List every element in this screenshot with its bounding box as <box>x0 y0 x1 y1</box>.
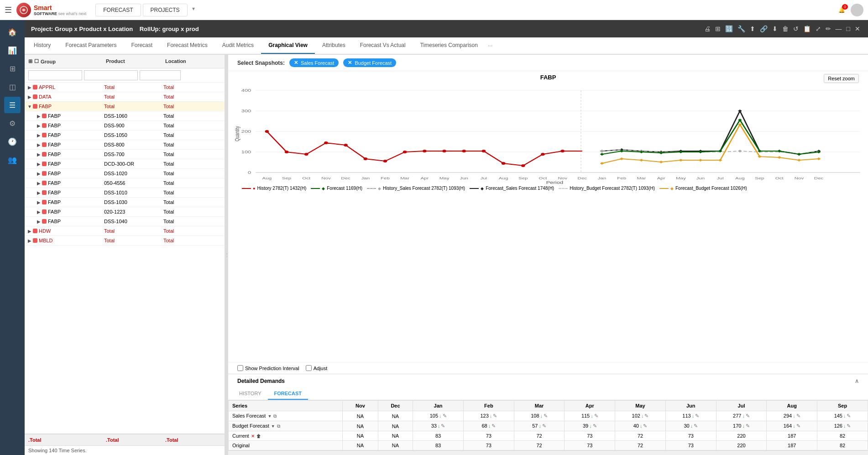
down-arrow-icon[interactable]: ↓ <box>690 423 693 429</box>
tree-expand-btn[interactable]: ▶ <box>26 94 33 100</box>
down-arrow-icon[interactable]: ↓ <box>742 413 745 418</box>
collapse-demands-icon[interactable]: ∧ <box>855 378 859 384</box>
toolbar-minimize-icon[interactable]: — <box>834 24 843 33</box>
nav-dropdown[interactable]: ▾ <box>189 4 198 16</box>
edit-icon[interactable]: ✎ <box>593 423 597 429</box>
series-x-icon[interactable]: ✕ <box>251 434 255 439</box>
toolbar-link-icon[interactable]: 🔗 <box>758 24 769 33</box>
tab-forecast[interactable]: Forecast <box>124 37 160 54</box>
toolbar-delete-icon[interactable]: 🗑 <box>781 24 790 33</box>
tree-row[interactable]: ▶FABP050-4556Total <box>25 178 225 188</box>
edit-icon[interactable]: ✎ <box>746 423 750 429</box>
edit-icon[interactable]: ✎ <box>746 413 750 418</box>
forecast-nav-btn[interactable]: FORECAST <box>95 4 141 16</box>
toolbar-print-icon[interactable]: 🖨 <box>703 24 712 33</box>
projects-nav-btn[interactable]: PROJECTS <box>143 4 188 16</box>
tree-expand-btn[interactable]: ▶ <box>36 122 42 129</box>
tree-expand-btn[interactable]: ▶ <box>26 237 33 244</box>
toolbar-tool-icon[interactable]: 🔧 <box>736 24 747 33</box>
tree-row[interactable]: ▶MBLDTotalTotal <box>25 236 225 246</box>
tree-expand-btn[interactable]: ▶ <box>36 180 42 186</box>
hamburger-menu[interactable]: ☰ <box>5 5 12 15</box>
tab-forecast-vs-actual[interactable]: Forecast Vs Actual <box>353 37 413 54</box>
down-arrow-icon[interactable]: ↓ <box>692 413 695 418</box>
checkbox-all[interactable]: ☐ <box>34 58 39 64</box>
tree-expand-btn[interactable]: ▶ <box>36 113 42 119</box>
tab-audit-metrics[interactable]: Audit Metrics <box>215 37 261 54</box>
tab-history[interactable]: History <box>26 37 58 54</box>
tab-graphical-view[interactable]: Graphical View <box>261 37 315 54</box>
tree-row[interactable]: ▶FABPDSS-1030Total <box>25 198 225 207</box>
down-arrow-icon[interactable]: ↓ <box>742 423 745 429</box>
tree-row[interactable]: ▶FABPDSS-1010Total <box>25 188 225 198</box>
adjust-checkbox[interactable] <box>306 365 312 371</box>
tree-row[interactable]: ▶FABP020-1223Total <box>25 207 225 217</box>
down-arrow-icon[interactable]: ↓ <box>640 423 643 429</box>
notifications-icon[interactable]: 🔔0 <box>838 7 845 13</box>
toolbar-calc-icon[interactable]: 🔢 <box>724 24 734 33</box>
edit-icon[interactable]: ✎ <box>542 423 546 429</box>
tree-expand-btn[interactable]: ▶ <box>36 151 42 157</box>
edit-icon[interactable]: ✎ <box>695 413 699 418</box>
tree-row[interactable]: ▶FABPDSS-1040Total <box>25 217 225 226</box>
product-filter-input[interactable] <box>84 70 138 80</box>
show-prediction-checkbox[interactable] <box>237 365 243 371</box>
tree-row[interactable]: ▶DATATotalTotal <box>25 92 225 102</box>
tab-forecast-params[interactable]: Forecast Parameters <box>58 37 124 54</box>
edit-icon[interactable]: ✎ <box>644 413 648 418</box>
sidebar-layers-icon[interactable]: ◫ <box>4 78 21 95</box>
down-arrow-icon[interactable]: ↓ <box>589 423 592 429</box>
series-down-icon[interactable]: ▼ <box>267 414 272 418</box>
budget-forecast-chip[interactable]: ✕ Budget Forecast <box>343 58 396 67</box>
sidebar-grid-icon[interactable]: ⊞ <box>4 60 21 77</box>
tree-row[interactable]: ▶FABPDSS-800Total <box>25 140 225 150</box>
chip-x-budget[interactable]: ✕ <box>348 60 352 66</box>
detail-tab-history[interactable]: HISTORY <box>233 388 268 400</box>
down-arrow-icon[interactable]: ↓ <box>439 413 442 418</box>
tab-more-icon[interactable]: ··· <box>485 39 495 52</box>
location-filter-input[interactable] <box>140 70 181 80</box>
tab-forecast-metrics[interactable]: Forecast Metrics <box>160 37 215 54</box>
sidebar-clock-icon[interactable]: 🕐 <box>4 133 21 150</box>
show-prediction-label[interactable]: Show Prediction Interval <box>237 365 299 371</box>
edit-icon[interactable]: ✎ <box>796 413 800 418</box>
reset-zoom-button[interactable]: Reset zoom <box>824 74 859 83</box>
tree-row[interactable]: ▶FABPDCD-300-ORTotal <box>25 159 225 169</box>
down-arrow-icon[interactable]: ↓ <box>490 413 492 418</box>
edit-icon[interactable]: ✎ <box>643 423 647 429</box>
tab-timeseries-comparison[interactable]: Timeseries Comparison <box>413 37 485 54</box>
toolbar-download-icon[interactable]: ⬇ <box>771 24 779 33</box>
series-trash-icon[interactable]: 🗑 <box>256 434 261 439</box>
down-arrow-icon[interactable]: ↓ <box>540 413 543 418</box>
down-arrow-icon[interactable]: ↓ <box>488 423 491 429</box>
tree-expand-btn[interactable]: ▼ <box>26 103 33 110</box>
edit-icon[interactable]: ✎ <box>443 413 447 418</box>
chip-x-sales[interactable]: ✕ <box>294 60 298 66</box>
down-arrow-icon[interactable]: ↓ <box>843 413 846 418</box>
toolbar-maximize-icon[interactable]: □ <box>845 24 852 33</box>
sidebar-settings-icon[interactable]: ⚙ <box>4 115 21 131</box>
tree-expand-btn[interactable]: ▶ <box>36 141 42 148</box>
tree-expand-btn[interactable]: ▶ <box>36 170 42 177</box>
series-down-icon[interactable]: ▼ <box>271 424 275 429</box>
toolbar-copy-icon[interactable]: 📋 <box>802 24 812 33</box>
down-arrow-icon[interactable]: ↓ <box>793 413 795 418</box>
toolbar-expand-icon[interactable]: ⤢ <box>814 24 822 33</box>
series-copy-icon[interactable]: ⧉ <box>273 413 277 418</box>
edit-icon[interactable]: ✎ <box>441 423 445 429</box>
toolbar-edit-icon[interactable]: ✏ <box>824 24 832 33</box>
down-arrow-icon[interactable]: ↓ <box>793 423 795 429</box>
edit-icon[interactable]: ✎ <box>847 413 851 418</box>
tab-attributes[interactable]: Attributes <box>315 37 353 54</box>
tree-expand-btn[interactable]: ▶ <box>36 161 42 167</box>
tree-expand-btn[interactable]: ▶ <box>26 228 33 234</box>
sidebar-list-icon[interactable]: ☰ <box>4 97 21 113</box>
expand-all-icon[interactable]: ⊞ <box>28 58 32 64</box>
detail-tab-forecast[interactable]: FORECAST <box>268 388 309 400</box>
horizontal-scrollbar[interactable] <box>228 450 868 455</box>
tree-row[interactable]: ▶FABPDSS-900Total <box>25 121 225 131</box>
down-arrow-icon[interactable]: ↓ <box>843 423 846 429</box>
edit-icon[interactable]: ✎ <box>544 413 548 418</box>
tree-expand-btn[interactable]: ▶ <box>36 132 42 138</box>
tree-row[interactable]: ▶FABPDSS-700Total <box>25 150 225 159</box>
